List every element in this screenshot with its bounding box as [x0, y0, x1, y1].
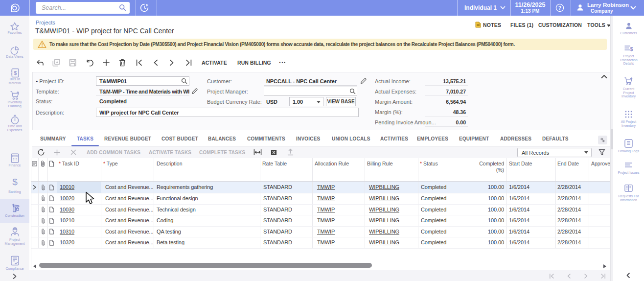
svg-text:?: ? — [558, 5, 561, 11]
svg-text:$: $ — [630, 46, 633, 52]
svg-text:$: $ — [12, 177, 18, 187]
svg-text:$: $ — [14, 70, 17, 76]
